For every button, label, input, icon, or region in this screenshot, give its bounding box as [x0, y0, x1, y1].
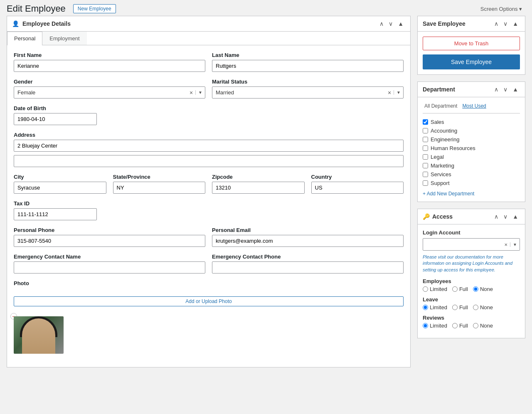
- access-group: EmployeesLimitedFullNone: [423, 278, 520, 292]
- collapse-up-button[interactable]: ∧: [378, 20, 385, 28]
- gender-select[interactable]: Female × ▼: [14, 86, 205, 99]
- department-name[interactable]: Legal: [431, 154, 444, 160]
- access-card: 🔑 Access ∧ ∨ ▲ Login Account × ▼ Please …: [417, 209, 525, 338]
- new-employee-button[interactable]: New Employee: [73, 4, 116, 13]
- marital-arrow-icon[interactable]: ▼: [394, 90, 403, 95]
- radio-item[interactable]: Limited: [423, 286, 447, 292]
- department-name[interactable]: Support: [431, 180, 450, 186]
- last-name-group: Last Name: [212, 52, 404, 72]
- save-employee-button[interactable]: Save Employee: [423, 54, 520, 69]
- department-checkbox[interactable]: [423, 128, 428, 133]
- country-input[interactable]: [311, 182, 404, 194]
- radio-item[interactable]: None: [473, 286, 493, 292]
- radio-item[interactable]: Full: [452, 286, 468, 292]
- address-line1-input[interactable]: [14, 140, 404, 152]
- photo-upload-button[interactable]: Add or Upload Photo: [14, 296, 404, 306]
- radio-item[interactable]: Limited: [423, 323, 447, 329]
- department-name[interactable]: Services: [431, 171, 451, 177]
- radio-input[interactable]: [473, 286, 478, 292]
- address-line2-input[interactable]: [14, 155, 404, 167]
- department-checkbox[interactable]: [423, 145, 428, 151]
- radio-item[interactable]: None: [473, 304, 493, 310]
- radio-item[interactable]: Full: [452, 304, 468, 310]
- tab-employment[interactable]: Employment: [42, 32, 86, 45]
- radio-input[interactable]: [473, 305, 478, 310]
- department-checkbox[interactable]: [423, 119, 428, 125]
- dob-input[interactable]: [14, 113, 97, 125]
- zip-label: Zipcode: [212, 174, 305, 180]
- radio-input[interactable]: [452, 286, 458, 292]
- department-checkbox[interactable]: [423, 137, 428, 142]
- radio-input[interactable]: [452, 323, 458, 328]
- radio-input[interactable]: [423, 305, 428, 310]
- add-department-link[interactable]: + Add New Department: [423, 191, 520, 197]
- login-clear-icon[interactable]: ×: [502, 242, 510, 248]
- marital-clear-icon[interactable]: ×: [385, 89, 394, 96]
- gender-arrow-icon[interactable]: ▼: [195, 90, 205, 95]
- marital-group: Marital Status Married × ▼: [212, 79, 404, 99]
- email-input[interactable]: [212, 235, 404, 247]
- department-name[interactable]: Marketing: [431, 163, 454, 169]
- save-minimize-button[interactable]: ▲: [511, 20, 520, 28]
- access-collapse-down-button[interactable]: ∨: [502, 212, 509, 221]
- save-card-body: Move to Trash Save Employee: [418, 32, 525, 74]
- department-name[interactable]: Engineering: [431, 136, 459, 143]
- emergency-phone-input[interactable]: [212, 261, 404, 274]
- radio-item[interactable]: None: [473, 323, 493, 329]
- department-checkbox[interactable]: [423, 172, 428, 177]
- move-to-trash-button[interactable]: Move to Trash: [423, 37, 520, 50]
- dept-collapse-down-button[interactable]: ∨: [502, 85, 509, 94]
- gender-label: Gender: [14, 79, 205, 85]
- save-card-header: Save Employee ∧ ∨ ▲: [418, 16, 525, 32]
- dept-tab-most-used[interactable]: Most Used: [461, 102, 488, 110]
- tax-id-input[interactable]: [14, 208, 97, 220]
- right-panel: Save Employee ∧ ∨ ▲ Move to Trash Save E…: [417, 16, 525, 374]
- city-group: City: [14, 174, 106, 194]
- department-checkbox[interactable]: [423, 180, 428, 186]
- department-card-header: Department ∧ ∨ ▲: [418, 82, 525, 97]
- address-row: Address: [14, 132, 404, 167]
- marital-select[interactable]: Married × ▼: [212, 86, 404, 99]
- city-input[interactable]: [14, 182, 106, 194]
- department-name[interactable]: Accounting: [431, 128, 457, 134]
- tab-personal[interactable]: Personal: [7, 32, 42, 45]
- gender-clear-icon[interactable]: ×: [187, 89, 195, 96]
- department-name[interactable]: Sales: [431, 119, 444, 125]
- radio-input[interactable]: [423, 286, 428, 292]
- access-card-body: Login Account × ▼ Please visit our docum…: [418, 224, 525, 338]
- radio-item[interactable]: Limited: [423, 304, 447, 310]
- state-input[interactable]: [113, 182, 206, 194]
- card-body: First Name Last Name Gender Female ×: [7, 45, 410, 367]
- emergency-name-label: Emergency Contact Name: [14, 254, 205, 260]
- dept-minimize-button[interactable]: ▲: [511, 85, 520, 94]
- save-collapse-down-button[interactable]: ∨: [502, 20, 509, 28]
- radio-input[interactable]: [423, 323, 428, 328]
- department-checkbox[interactable]: [423, 154, 428, 160]
- access-collapse-up-button[interactable]: ∧: [493, 212, 500, 221]
- radio-input[interactable]: [473, 323, 478, 328]
- emergency-name-input[interactable]: [14, 261, 205, 274]
- login-arrow-icon[interactable]: ▼: [510, 242, 520, 247]
- save-card-title: Save Employee: [423, 20, 466, 27]
- last-name-input[interactable]: [212, 60, 404, 72]
- collapse-down-button[interactable]: ∨: [387, 20, 394, 28]
- first-name-input[interactable]: [14, 60, 205, 72]
- radio-item[interactable]: Full: [452, 323, 468, 329]
- minimize-button[interactable]: ▲: [396, 20, 405, 28]
- phone-label: Personal Phone: [14, 227, 205, 233]
- documentation-link[interactable]: Please visit our documentation for more …: [423, 254, 520, 273]
- dept-tabs: All Department Most Used: [423, 102, 520, 113]
- access-group: LeaveLimitedFullNone: [423, 296, 520, 310]
- save-collapse-up-button[interactable]: ∧: [493, 20, 500, 28]
- phone-input[interactable]: [14, 235, 205, 247]
- department-item: Accounting: [423, 126, 520, 135]
- dept-collapse-up-button[interactable]: ∧: [493, 85, 500, 94]
- department-name[interactable]: Human Resources: [431, 145, 475, 151]
- login-account-select[interactable]: × ▼: [423, 238, 520, 251]
- access-minimize-button[interactable]: ▲: [511, 212, 520, 221]
- zip-input[interactable]: [212, 182, 305, 194]
- screen-options-button[interactable]: Screen Options ▾: [477, 4, 525, 14]
- department-checkbox[interactable]: [423, 163, 428, 168]
- dept-tab-all[interactable]: All Department: [423, 102, 459, 110]
- radio-input[interactable]: [452, 305, 458, 310]
